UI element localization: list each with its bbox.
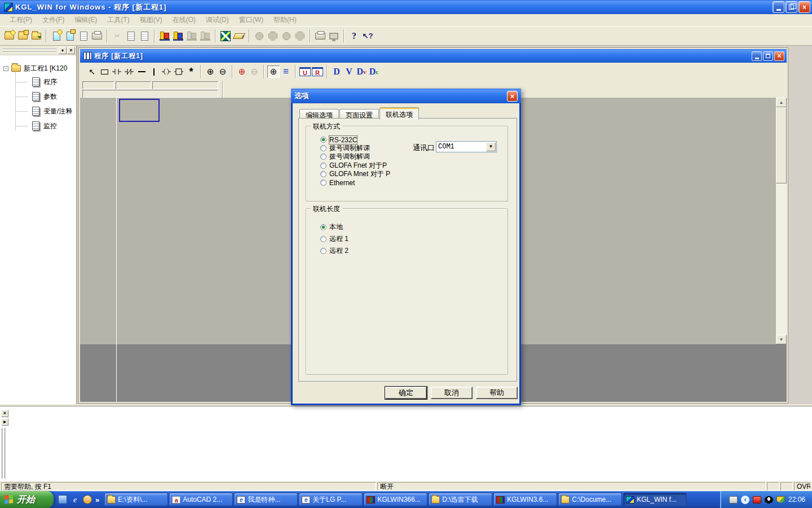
save-project-button[interactable] <box>29 29 43 43</box>
cut-button[interactable]: ✂ <box>111 29 124 43</box>
download-button[interactable] <box>314 29 327 43</box>
tray-antivirus-icon[interactable] <box>776 496 785 503</box>
scroll-up-button[interactable]: ▲ <box>776 98 787 107</box>
task-button-winrar-1[interactable]: KGLWIN366... <box>364 493 427 506</box>
task-button-explorer[interactable]: E:\资料\... <box>104 493 168 506</box>
quicklaunch-desktop-icon[interactable] <box>58 495 67 504</box>
tray-reader-icon[interactable] <box>753 496 761 503</box>
menu-online[interactable]: 在线(O) <box>167 14 201 26</box>
task-button-webpage-2[interactable]: e 关于LG P... <box>299 493 363 506</box>
radio-rs232c[interactable]: RS-232C <box>320 136 357 143</box>
zoom-out-button[interactable]: ⊖ <box>217 65 229 78</box>
print-button[interactable] <box>90 29 104 43</box>
block-tool-button[interactable] <box>173 65 185 78</box>
doc-maximize-button[interactable] <box>763 51 773 61</box>
tree-item-variables[interactable]: 变量/注释 <box>0 104 76 119</box>
close-button[interactable]: × <box>798 1 810 13</box>
radio-dialup-modem-2[interactable]: 拨号调制解调 <box>320 153 370 160</box>
task-button-documents[interactable]: C:\Docume... <box>558 493 622 506</box>
task-button-kglwin[interactable]: KGL_WIN f... <box>623 493 687 506</box>
new-file-button[interactable] <box>50 29 63 43</box>
zoom-width-button[interactable]: ⊕ <box>236 65 248 78</box>
new-project-button[interactable] <box>2 29 16 43</box>
tree-root-node[interactable]: - 新工程1 [K120 <box>0 62 76 75</box>
rect-tool-button[interactable] <box>98 65 111 78</box>
panel-close-button[interactable]: × <box>67 47 75 54</box>
context-help-button[interactable]: ↖? <box>361 29 374 43</box>
open-project-button[interactable] <box>16 29 29 43</box>
help-button[interactable]: 帮助 <box>476 387 518 399</box>
comment-field[interactable] <box>82 90 218 98</box>
align-button[interactable]: ≡ <box>280 65 292 78</box>
doc-close-button[interactable]: × <box>774 51 784 61</box>
ok-button[interactable]: 确定 <box>385 387 427 399</box>
ladder-delete-button[interactable] <box>198 29 212 43</box>
radio-glofa-mnet[interactable]: GLOFA Mnet 对于 P <box>320 170 390 178</box>
cursor-cell[interactable] <box>119 99 160 122</box>
compile-button[interactable] <box>219 29 232 43</box>
menu-view[interactable]: 视图(V) <box>135 14 167 26</box>
ladder-insert-button[interactable] <box>185 29 198 43</box>
output-close-button[interactable]: × <box>1 410 8 417</box>
connect-button[interactable] <box>327 29 341 43</box>
scroll-down-button[interactable]: ▼ <box>776 335 787 344</box>
address-cell[interactable] <box>82 81 114 89</box>
help-button[interactable]: ? <box>347 29 361 43</box>
paste-button[interactable] <box>138 29 151 43</box>
stop-button[interactable] <box>266 29 280 43</box>
doc-minimize-button[interactable] <box>752 51 762 61</box>
copy-button[interactable] <box>124 29 138 43</box>
panel-grip[interactable] <box>3 49 56 52</box>
radio-dialup-modem-1[interactable]: 拨号调制解课 <box>320 144 370 152</box>
collapse-icon[interactable]: - <box>3 66 8 71</box>
quicklaunch-browser-icon[interactable] <box>83 495 92 504</box>
tree-item-monitor[interactable]: 监控 <box>0 119 76 133</box>
run-button[interactable] <box>253 29 266 43</box>
start-button[interactable]: 开始 <box>0 491 54 508</box>
menu-file[interactable]: 文件(F) <box>37 14 69 26</box>
zoom-fit-button[interactable]: ⊖ <box>248 65 261 78</box>
select-tool-button[interactable]: ↖ <box>86 65 98 78</box>
quicklaunch-ie-icon[interactable]: e <box>70 495 80 504</box>
open-file-button[interactable] <box>63 29 77 43</box>
address-cell[interactable] <box>116 81 151 89</box>
dialog-close-button[interactable]: × <box>507 91 518 102</box>
tray-chevron-icon[interactable]: ‹ <box>741 496 749 504</box>
tree-item-program[interactable]: 程序 <box>0 75 76 89</box>
task-button-webpage-1[interactable]: e 我是特种... <box>234 493 298 506</box>
zoom-page-button[interactable]: ⊕ <box>267 65 280 78</box>
radio-remote-1[interactable]: 远程 1 <box>320 235 348 243</box>
panel-menu-button[interactable]: ▼ <box>59 47 67 54</box>
quicklaunch-more-icon[interactable]: » <box>95 496 99 504</box>
task-button-downloads[interactable]: D:\迅雷下载 <box>429 493 492 506</box>
task-button-winrar-2[interactable]: KGLWIN3.6... <box>493 493 557 506</box>
contact-nc-button[interactable] <box>123 65 135 78</box>
dropdown-arrow-icon[interactable]: ▼ <box>486 142 496 151</box>
cancel-button[interactable]: 取消 <box>431 387 473 399</box>
menu-edit[interactable]: 编辑(E) <box>69 14 102 26</box>
radio-glofa-fnet[interactable]: GLOFA Fnet 对于P <box>320 162 387 169</box>
clear-button[interactable] <box>232 29 246 43</box>
menu-help[interactable]: 帮助(H) <box>268 14 302 26</box>
menu-window[interactable]: 窗口(W) <box>234 14 268 26</box>
restore-button[interactable] <box>785 1 797 13</box>
output-expand-button[interactable]: ▸ <box>1 418 8 426</box>
tab-online-options[interactable]: 联机选项 <box>379 107 419 120</box>
radio-ethernet[interactable]: Ethernet <box>320 179 355 186</box>
data-dv-button[interactable]: Dv <box>355 65 368 78</box>
radio-remote-2[interactable]: 远程 2 <box>320 247 348 255</box>
reset-coil-button[interactable]: R <box>311 65 324 78</box>
address-cell[interactable] <box>152 81 218 89</box>
menu-project[interactable]: 工程(P) <box>5 14 37 26</box>
mnemonic-view-button[interactable] <box>171 29 185 43</box>
scrollbar-thumb[interactable] <box>776 107 787 183</box>
ladder-view-button[interactable] <box>158 29 171 43</box>
tree-item-parameters[interactable]: 参数 <box>0 89 76 104</box>
special-tool-button[interactable]: * <box>185 65 197 78</box>
menu-debug[interactable]: 调试(D) <box>201 14 234 26</box>
vertical-scrollbar[interactable]: ▲ ▼ <box>776 98 787 344</box>
output-grip[interactable] <box>2 428 6 479</box>
menu-tools[interactable]: 工具(T) <box>102 14 134 26</box>
monitor-start-button[interactable] <box>293 29 307 43</box>
pause-button[interactable] <box>280 29 293 43</box>
